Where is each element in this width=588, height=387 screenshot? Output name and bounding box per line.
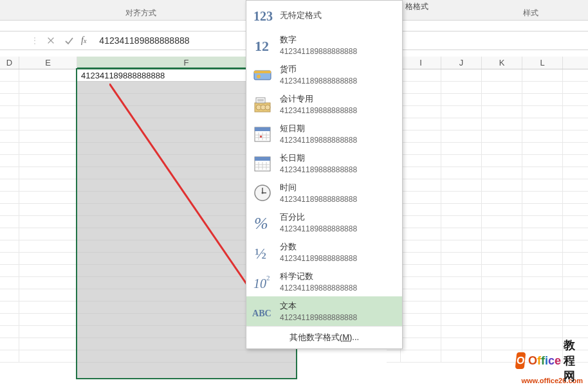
- currency-icon: [252, 64, 273, 86]
- scientific-icon: 102: [252, 271, 273, 292]
- cancel-icon[interactable]: [45, 35, 57, 46]
- ribbon-group-styles: 样式: [523, 8, 538, 19]
- col-header-J[interactable]: J: [441, 57, 482, 69]
- format-item-currency[interactable]: 货币 412341189888888888: [246, 60, 402, 89]
- svg-text:ABC: ABC: [252, 308, 271, 318]
- watermark-logo-icon: O: [515, 352, 526, 369]
- format-item-percentage[interactable]: % 百分比 412341189888888888: [246, 208, 402, 237]
- svg-point-31: [262, 192, 264, 194]
- svg-rect-4: [254, 71, 271, 73]
- format-item-fraction[interactable]: ½ 分数 412341189888888888: [246, 237, 402, 267]
- accounting-icon: [252, 93, 273, 115]
- format-item-general[interactable]: 123 无特定格式: [246, 1, 402, 30]
- format-item-scientific[interactable]: 102 科学记数 412341189888888888: [246, 267, 402, 296]
- format-more-options[interactable]: 其他数字格式(M)...: [246, 326, 402, 348]
- ribbon-group-alignment: 对齐方式: [125, 8, 156, 19]
- number-format-dropdown: 123 无特定格式 12 数字 412341189888888888 货币 41…: [246, 0, 403, 349]
- svg-text:%: %: [254, 214, 268, 233]
- svg-point-5: [257, 75, 261, 78]
- format-item-time[interactable]: 时间 412341189888888888: [246, 178, 402, 208]
- svg-rect-10: [256, 98, 265, 103]
- format-item-text[interactable]: ABC 文本 412341189888888888: [246, 296, 402, 326]
- watermark-brand-zh: 教程网: [564, 338, 583, 384]
- svg-rect-20: [260, 136, 262, 138]
- svg-text:½: ½: [255, 245, 266, 262]
- fraction-icon: ½: [252, 241, 273, 263]
- svg-rect-14: [255, 127, 270, 131]
- formula-bar-split-icon: ⋮: [31, 36, 39, 45]
- short-date-icon: [252, 123, 273, 145]
- ribbon-cell-format-partial: 格格式: [405, 1, 428, 12]
- svg-text:2: 2: [266, 274, 270, 282]
- svg-point-9: [265, 105, 270, 110]
- format-item-shortdate[interactable]: 短日期 412341189888888888: [246, 119, 402, 148]
- formula-bar-value[interactable]: 412341189888888888: [99, 35, 189, 46]
- fx-icon[interactable]: fx: [81, 35, 86, 46]
- svg-text:12: 12: [255, 38, 269, 54]
- watermark: O Office 教程网 www.office26.com: [516, 374, 588, 387]
- number-icon: 12: [252, 34, 273, 56]
- long-date-icon: [252, 152, 273, 174]
- grid-area-left[interactable]: [0, 69, 77, 378]
- format-item-number[interactable]: 12 数字 412341189888888888: [246, 30, 402, 60]
- percentage-icon: %: [252, 212, 273, 233]
- col-header-K[interactable]: K: [482, 57, 522, 69]
- text-icon: ABC: [252, 300, 273, 322]
- enter-icon[interactable]: [63, 35, 75, 46]
- col-header-L[interactable]: L: [522, 57, 563, 69]
- general-icon: 123: [252, 4, 273, 26]
- watermark-brand: Office: [528, 354, 561, 368]
- col-header-E[interactable]: E: [19, 57, 77, 69]
- time-icon: [252, 182, 273, 204]
- svg-text:123: 123: [253, 9, 273, 23]
- format-item-accounting[interactable]: 会计专用 412341189888888888: [246, 89, 402, 119]
- col-header-I[interactable]: I: [401, 57, 441, 69]
- col-header-D[interactable]: D: [0, 57, 19, 69]
- svg-rect-22: [255, 157, 270, 161]
- format-item-longdate[interactable]: 长日期 412341189888888888: [246, 148, 402, 178]
- svg-text:10: 10: [253, 276, 266, 291]
- grid-area-right[interactable]: [387, 69, 588, 378]
